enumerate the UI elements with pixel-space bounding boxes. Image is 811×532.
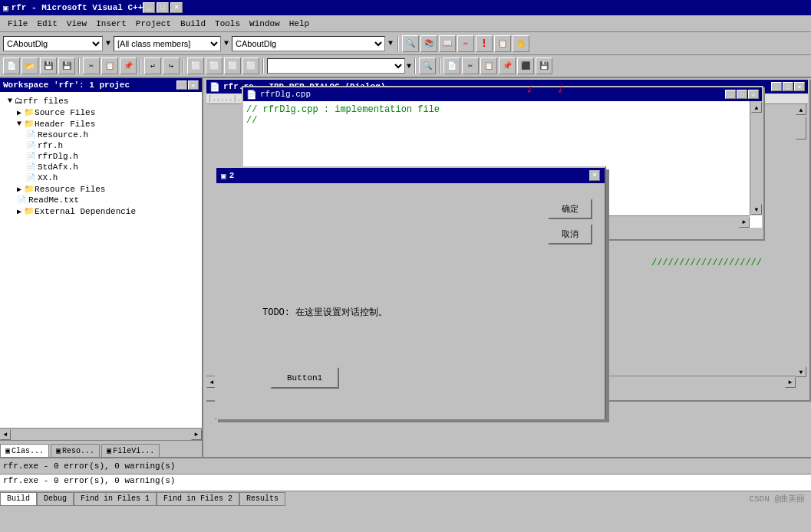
menu-window[interactable]: Window xyxy=(245,18,285,30)
menu-file[interactable]: File xyxy=(3,18,32,30)
toolbar2-dropdown[interactable] xyxy=(267,58,405,74)
tree-label-source: Source Files xyxy=(35,108,95,117)
toolbar2-paste[interactable]: 📌 xyxy=(120,57,137,74)
toolbar2-undo[interactable]: ↩ xyxy=(144,57,161,74)
code-titlebar: 📄 rfrDlg.cpp _ □ × xyxy=(243,87,762,101)
toolbar-btn-1[interactable]: 📚 xyxy=(420,35,437,52)
code-close[interactable]: × xyxy=(748,90,759,99)
bottom-tab-find1[interactable]: Find in Files 1 xyxy=(74,492,157,506)
toolbar-btn-4[interactable]: 📋 xyxy=(494,35,511,52)
ws-scrollbar-h[interactable]: ◄ ► xyxy=(0,428,202,440)
green-pattern: //////////////////// xyxy=(651,258,762,268)
toolbar-btn-search[interactable]: 🔍 xyxy=(402,35,419,52)
toolbar2-new[interactable]: 📄 xyxy=(3,57,20,74)
ws-tab-class[interactable]: ▣ Clas... xyxy=(0,444,49,457)
member-select[interactable]: [All class members] xyxy=(114,36,221,51)
code-vscroll[interactable]: ▲ ▼ xyxy=(750,101,762,215)
build-status: rfr.exe - 0 error(s), 0 warning(s) xyxy=(3,461,175,471)
toolbar2-n6[interactable]: 💾 xyxy=(536,57,552,74)
code-area: 📄 rfr.rc - IBD_RFR_DIALOG (Dialog) _ □ ×… xyxy=(203,78,811,457)
tree-ext-deps[interactable]: ▶ 📁 External Dependencie xyxy=(2,205,200,217)
tree-rfr-files[interactable]: ▼ 🗂 rfr files xyxy=(2,95,200,107)
rc-vscroll[interactable]: ▲ ▼ xyxy=(796,104,808,388)
menu-view[interactable]: View xyxy=(62,18,91,30)
toolbar2-find[interactable]: 🔍 xyxy=(419,57,436,74)
output-text: rfr.exe - 0 error(s), 0 warning(s) xyxy=(3,476,175,485)
menu-insert[interactable]: Insert xyxy=(91,18,131,30)
button1[interactable]: Button1 xyxy=(270,367,339,389)
tree-icon-file1: 📄 xyxy=(26,130,35,140)
toolbar2-sep5 xyxy=(414,58,416,74)
menu-tools[interactable]: Tools xyxy=(210,18,245,30)
tree-source-files[interactable]: ▶ 📁 Source Files xyxy=(2,107,200,118)
dialog-close-btn[interactable]: × xyxy=(589,170,600,181)
ws-minimize[interactable]: _ xyxy=(176,80,187,90)
menu-edit[interactable]: Edit xyxy=(32,18,61,30)
toolbar2-b3[interactable]: ⬜ xyxy=(224,57,241,74)
workspace-title: Workspace 'rfr': 1 projec xyxy=(3,80,130,90)
output-panel: rfr.exe - 0 error(s), 0 warning(s) xyxy=(0,474,811,491)
toolbar-btn-5[interactable]: 🖐 xyxy=(513,35,529,52)
close-btn[interactable]: × xyxy=(170,2,183,13)
toolbar2-cut[interactable]: ✂ xyxy=(83,57,100,74)
ws-close[interactable]: × xyxy=(188,80,199,90)
tree-icon-folder2: 📁 xyxy=(24,107,35,117)
tree-expand-source: ▶ xyxy=(17,108,21,117)
tree-icon-folder3: 📁 xyxy=(24,119,35,129)
toolbar2-n1[interactable]: 📄 xyxy=(443,57,460,74)
toolbar2-save[interactable]: 💾 xyxy=(40,57,57,74)
scroll-left[interactable]: ◄ xyxy=(0,429,11,440)
tree-label-header: Header Files xyxy=(35,120,95,129)
rc-maximize[interactable]: □ xyxy=(783,82,793,91)
menu-build[interactable]: Build xyxy=(176,18,210,30)
code-minimize[interactable]: _ xyxy=(725,90,736,99)
ws-tab-filevi-icon: ▣ xyxy=(107,446,111,455)
toolbar2-b2[interactable]: ⬜ xyxy=(206,57,223,74)
ws-tab-filevi[interactable]: ▣ FileVi... xyxy=(101,444,160,457)
toolbar2-n4[interactable]: 📌 xyxy=(499,57,516,74)
toolbar2-b1[interactable]: ⬜ xyxy=(187,57,204,74)
class-select[interactable]: CAboutDlg xyxy=(3,36,103,51)
toolbar2-open[interactable]: 📂 xyxy=(21,57,38,74)
tree-resource-h[interactable]: 📄 Resource.h xyxy=(2,130,200,140)
tree-xx-h[interactable]: 📄 XX.h xyxy=(2,172,200,183)
toolbar2-copy[interactable]: 📋 xyxy=(101,57,118,74)
tree-header-files[interactable]: ▼ 📁 Header Files xyxy=(2,118,200,130)
toolbar2-redo[interactable]: ↪ xyxy=(163,57,180,74)
toolbar2-n5[interactable]: ⬛ xyxy=(517,57,534,74)
scroll-right[interactable]: ► xyxy=(191,429,202,440)
btm-tab-results-label: Results xyxy=(246,494,279,503)
menu-help[interactable]: Help xyxy=(285,18,314,30)
rc-minimize[interactable]: _ xyxy=(771,82,782,91)
bottom-tab-build[interactable]: Build xyxy=(0,492,37,506)
code-maximize[interactable]: □ xyxy=(737,90,747,99)
tree-stdafx-h[interactable]: 📄 StdAfx.h xyxy=(2,162,200,172)
toolbar2-n3[interactable]: 📋 xyxy=(480,57,497,74)
tree-expand-header: ▼ xyxy=(17,120,21,128)
tree-expand-ext: ▶ xyxy=(17,207,21,216)
rc-close[interactable]: × xyxy=(794,82,805,91)
cancel-button[interactable]: 取消 xyxy=(548,224,592,245)
toolbar2-n2[interactable]: ✂ xyxy=(462,57,479,74)
toolbar-btn-exclaim[interactable]: ! xyxy=(476,35,493,52)
toolbar-btn-3[interactable]: ✂ xyxy=(457,35,474,52)
function-select[interactable]: CAboutDlg xyxy=(232,36,385,51)
tree-readme[interactable]: 📄 ReadMe.txt xyxy=(2,195,200,205)
tree-icon-folder: 🗂 xyxy=(15,96,23,106)
tree-label-stdafx-h: StdAfx.h xyxy=(38,163,78,172)
maximize-btn[interactable]: □ xyxy=(157,2,169,13)
toolbar2-saveall[interactable]: 💾 xyxy=(58,57,75,74)
toolbar-btn-2[interactable]: 📖 xyxy=(439,35,456,52)
tree-rfr-h[interactable]: 📄 rfr.h xyxy=(2,140,200,151)
tree-rfrdlg-h[interactable]: 📄 rfrDlg.h xyxy=(2,151,200,162)
toolbar2-b4[interactable]: ⬜ xyxy=(242,57,259,74)
menu-project[interactable]: Project xyxy=(131,18,176,30)
tree-resource-files[interactable]: ▶ 📁 Resource Files xyxy=(2,183,200,195)
bottom-tab-find2[interactable]: Find in Files 2 xyxy=(157,492,239,506)
ok-button[interactable]: 确定 xyxy=(548,199,592,219)
minimize-btn[interactable]: _ xyxy=(143,2,155,13)
ws-tab-reso[interactable]: ▣ Reso... xyxy=(51,444,100,457)
bottom-tab-debug[interactable]: Debug xyxy=(37,492,74,506)
bottom-tab-results[interactable]: Results xyxy=(239,492,285,506)
app-title: rfr - Microsoft Visual C++ xyxy=(12,3,143,12)
